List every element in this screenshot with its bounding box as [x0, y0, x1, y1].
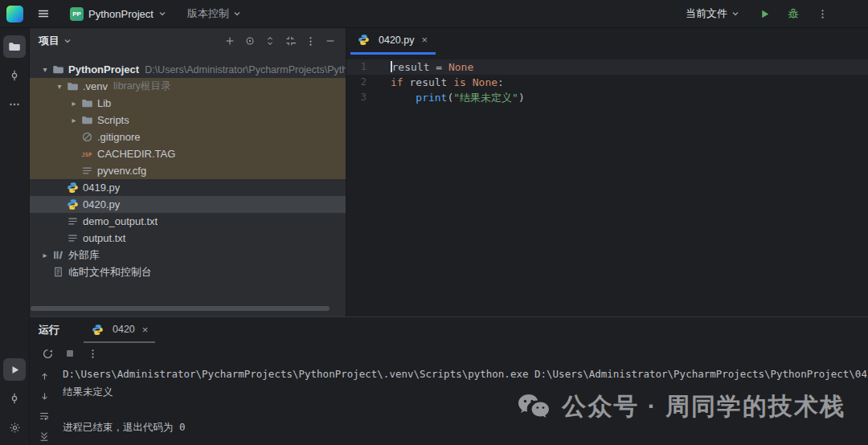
collapse-icon[interactable]: [281, 32, 299, 50]
project-panel-header: 项目: [29, 27, 346, 55]
stop-icon[interactable]: [61, 345, 79, 362]
down-icon[interactable]: [37, 390, 51, 402]
line-number: 3: [346, 90, 366, 105]
run-config-selector[interactable]: 当前文件: [686, 6, 739, 21]
tree-row[interactable]: ▸Lib: [29, 95, 346, 112]
line-number: 1: [346, 59, 366, 75]
text-icon: [66, 215, 79, 228]
close-icon[interactable]: ×: [142, 325, 149, 335]
softwrap-icon[interactable]: [37, 410, 51, 423]
pycharm-logo-icon: [6, 6, 23, 22]
tree-row[interactable]: 0420.py: [29, 196, 346, 213]
tree-row[interactable]: 临时文件和控制台: [29, 263, 346, 280]
tree-row[interactable]: 0419.py: [29, 179, 346, 196]
chevron-right-icon[interactable]: ▸: [39, 247, 51, 263]
editor-area[interactable]: 0420.py × 1result = None2if result is No…: [346, 27, 868, 316]
tree-row[interactable]: pyvenv.cfg: [29, 162, 346, 179]
toolbar-right: 当前文件: [686, 3, 868, 24]
tree-row-label: .venv: [83, 80, 108, 92]
minimize-icon[interactable]: [321, 32, 339, 50]
horizontal-scrollbar[interactable]: [31, 306, 330, 311]
run-tool-icon[interactable]: [3, 358, 26, 381]
tree-row[interactable]: JSPCACHEDIR.TAG: [29, 145, 346, 162]
python-icon: [66, 182, 79, 194]
hamburger-menu-icon[interactable]: [33, 3, 54, 24]
tree-row-label: .gitignore: [97, 131, 140, 143]
code-area[interactable]: 1result = None2if result is None:3 print…: [346, 55, 868, 105]
python-icon: [66, 198, 79, 211]
tree-row-secondary: library根目录: [113, 80, 171, 93]
watermark-text: 公众号 · 周同学的技术栈: [562, 390, 845, 423]
run-tab[interactable]: 0420 ×: [84, 317, 155, 343]
run-button[interactable]: [754, 3, 775, 24]
tree-row[interactable]: ▾.venvlibrary根目录: [29, 78, 346, 95]
console-gutter: [34, 369, 55, 443]
left-toolbar-top: [0, 35, 29, 116]
library-icon: [51, 249, 64, 262]
tree-row-label: 外部库: [68, 248, 100, 263]
kebab-icon[interactable]: [84, 345, 101, 362]
tree-row-label: 0419.py: [83, 182, 120, 194]
run-tool-window: 运行 0420 × D:\Users\Administrator\Pycharm…: [29, 316, 868, 445]
scrollend-icon[interactable]: [37, 430, 51, 443]
watermark: 公众号 · 周同学的技术栈: [516, 390, 845, 423]
kebab-icon[interactable]: [301, 32, 319, 50]
project-panel: 项目 ▾PythonProjectD:\Users\Administrator\…: [29, 27, 346, 316]
folder-icon: [51, 63, 64, 76]
tree-row[interactable]: ▸Scripts: [29, 112, 346, 129]
console-line: D:\Users\Administrator\PycharmProjects\P…: [63, 365, 868, 383]
python-icon: [91, 323, 104, 336]
run-config-label: 当前文件: [686, 6, 727, 21]
tree-row[interactable]: demo_output.txt: [29, 213, 346, 230]
expand-icon[interactable]: [261, 32, 279, 50]
tree-row-label: 临时文件和控制台: [68, 265, 152, 280]
left-toolbar: [0, 27, 30, 445]
editor-tab[interactable]: 0420.py ×: [350, 27, 436, 55]
project-tool-icon[interactable]: [3, 35, 26, 58]
tree-row[interactable]: output.txt: [29, 230, 346, 247]
gitignore-icon: [80, 131, 93, 144]
more-options-icon[interactable]: [812, 3, 833, 24]
wechat-icon: [516, 391, 551, 423]
project-panel-title[interactable]: 项目: [39, 34, 59, 48]
chevron-down-icon[interactable]: ▾: [39, 61, 51, 78]
services-tool-icon[interactable]: [3, 416, 26, 439]
chevron-down-icon[interactable]: [63, 37, 72, 45]
code-line: 2if result is None:: [346, 75, 868, 90]
project-widget[interactable]: PP PythonProject: [70, 7, 166, 21]
close-icon[interactable]: ×: [421, 35, 428, 45]
vcs-widget[interactable]: 版本控制: [187, 6, 241, 21]
tree-row[interactable]: ▸外部库: [29, 247, 346, 263]
chevron-right-icon[interactable]: ▸: [68, 112, 80, 129]
tree-row-secondary: D:\Users\Administrator\PycharmProjects\P…: [145, 64, 346, 76]
chevron-down-icon[interactable]: ▾: [53, 78, 66, 95]
more-tool-icon[interactable]: [3, 93, 26, 116]
python-icon: [357, 34, 370, 47]
editor-tab-label: 0420.py: [379, 35, 414, 46]
code-text: if result is None:: [366, 75, 504, 90]
debug-button[interactable]: [783, 3, 804, 24]
run-panel-title[interactable]: 运行: [39, 317, 59, 343]
code-text: result = None: [366, 59, 473, 75]
svg-text:JSP: JSP: [81, 151, 92, 158]
code-line: 1result = None: [346, 59, 868, 75]
tree-row-label: 0420.py: [83, 198, 120, 210]
target-icon[interactable]: [241, 32, 259, 50]
folder-icon: [66, 80, 79, 93]
chevron-right-icon[interactable]: ▸: [68, 95, 80, 112]
config-icon: [80, 165, 93, 178]
line-number: 2: [346, 75, 366, 90]
project-panel-actions: [221, 32, 339, 50]
commit-tool-icon[interactable]: [3, 387, 26, 410]
run-toolbar: [29, 343, 868, 364]
folder-icon: [80, 114, 93, 127]
rerun-icon[interactable]: [39, 345, 56, 362]
vcs-tool-icon[interactable]: [3, 64, 26, 87]
tree-row[interactable]: .gitignore: [29, 129, 346, 145]
tree-row-label: Lib: [97, 97, 111, 109]
up-icon[interactable]: [37, 369, 51, 382]
plus-icon[interactable]: [221, 32, 239, 50]
chevron-down-icon: [233, 10, 241, 18]
tree-row[interactable]: ▾PythonProjectD:\Users\Administrator\Pyc…: [29, 61, 346, 78]
tree-row-label: Scripts: [97, 114, 129, 126]
